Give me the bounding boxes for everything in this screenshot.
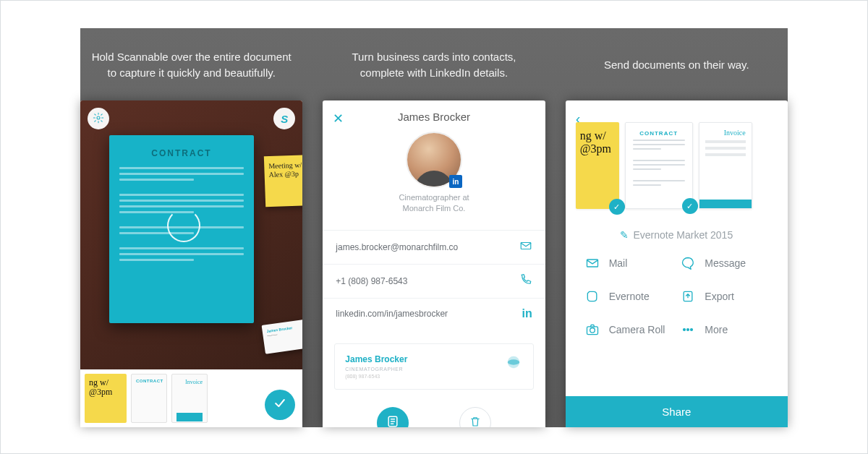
capture-spinner-icon — [167, 209, 200, 242]
close-icon: ✕ — [333, 111, 344, 126]
svg-rect-1 — [521, 242, 531, 249]
selected-check-icon: ✓ — [609, 199, 625, 215]
camera-icon — [584, 322, 600, 338]
share-export[interactable]: Export — [680, 288, 769, 304]
card-logo-icon — [506, 354, 522, 370]
contact-phone-row[interactable]: +1 (808) 987-6543 — [323, 264, 545, 298]
scannable-logo-button[interactable]: S — [273, 108, 295, 129]
document-title: CONTRACT — [119, 148, 244, 158]
panel-row: Hold Scannable over the entire document … — [80, 28, 788, 427]
message-icon — [680, 255, 696, 271]
trash-icon — [469, 415, 482, 427]
capture-thumbnail-strip: ng w/ @3pm CONTRACT Invoice — [80, 369, 302, 427]
save-contact-button[interactable] — [377, 407, 409, 427]
send-thumb-contract[interactable]: CONTRACT ✓ — [625, 122, 693, 209]
thumb-sticky[interactable]: ng w/ @3pm — [85, 374, 127, 423]
phone-screen-capture: S CONTRACT — [80, 100, 302, 427]
settings-button[interactable] — [88, 108, 109, 129]
share-options-grid: Mail Message Evernote Export Camera Roll — [566, 251, 788, 348]
business-card-prop: James Brocker ––––– — [262, 318, 302, 354]
export-icon — [680, 288, 696, 304]
thumb-contract[interactable]: CONTRACT — [131, 374, 167, 423]
svg-rect-4 — [587, 260, 597, 267]
screenshot-frame: Hold Scannable over the entire document … — [0, 0, 868, 454]
thumb-invoice[interactable]: Invoice — [171, 374, 208, 423]
svg-point-10 — [691, 329, 693, 331]
check-icon — [273, 396, 287, 414]
scanned-card-preview[interactable]: James Brocker CINEMATOGRAPHER (808) 987-… — [334, 343, 533, 390]
linkedin-icon: in — [522, 307, 532, 320]
panel3-caption: Send documents on their way. — [566, 28, 788, 100]
mail-icon — [584, 255, 600, 271]
panel-send: Send documents on their way. ‹ ng w/ @3p… — [566, 28, 788, 427]
sticky-note: Meeting w/ Alex @3p — [264, 155, 302, 207]
phone-screen-contact: ✕ James Brocker in Cinematographer at Mo… — [323, 100, 545, 427]
share-button[interactable]: Share — [566, 396, 788, 427]
collection-name-field[interactable]: ✎Evernote Market 2015 — [566, 216, 788, 251]
share-message[interactable]: Message — [680, 255, 769, 271]
phone-value: +1 (808) 987-6543 — [336, 276, 407, 286]
svg-point-0 — [97, 116, 100, 119]
share-camera-roll[interactable]: Camera Roll — [584, 322, 673, 338]
svg-point-8 — [684, 329, 686, 331]
send-thumb-sticky[interactable]: ng w/ @3pm ✓ — [576, 122, 619, 209]
contact-name: James Brocker — [333, 111, 535, 123]
panel-contact: Turn business cards into contacts, compl… — [323, 28, 545, 427]
panel-capture: Hold Scannable over the entire document … — [80, 28, 302, 427]
share-evernote[interactable]: Evernote — [584, 288, 673, 304]
more-icon — [680, 322, 696, 338]
send-thumbnail-row: ng w/ @3pm ✓ CONTRACT ✓ Invoice — [566, 100, 788, 216]
linkedin-value: linkedin.com/in/jamesbrocker — [336, 309, 448, 319]
contact-linkedin-row[interactable]: linkedin.com/in/jamesbrocker in — [323, 298, 545, 329]
share-mail[interactable]: Mail — [584, 255, 673, 271]
email-value: james.brocker@monarchfilm.co — [336, 242, 458, 252]
svg-point-9 — [687, 329, 689, 331]
phone-screen-send: ‹ ng w/ @3pm ✓ CONTRACT ✓ — [566, 100, 788, 427]
selected-check-icon: ✓ — [682, 198, 698, 214]
contact-card-icon — [386, 414, 400, 427]
close-button[interactable]: ✕ — [333, 111, 344, 127]
phone-icon — [519, 273, 532, 289]
send-thumb-invoice[interactable]: Invoice — [699, 122, 752, 209]
gear-icon — [93, 112, 104, 126]
linkedin-badge-icon: in — [449, 175, 462, 188]
contact-email-row[interactable]: james.brocker@monarchfilm.co — [323, 230, 545, 264]
mail-icon — [519, 239, 532, 255]
contact-subtitle: Cinematographer at Monarch Film Co. — [333, 192, 535, 214]
delete-button[interactable] — [459, 407, 491, 427]
camera-viewfinder[interactable]: S CONTRACT — [80, 100, 302, 369]
panel1-caption: Hold Scannable over the entire document … — [80, 28, 302, 100]
avatar: in — [406, 132, 462, 188]
edit-icon: ✎ — [620, 229, 629, 241]
scannable-logo-icon: S — [281, 113, 288, 125]
confirm-captures-button[interactable] — [265, 390, 295, 420]
evernote-icon — [584, 288, 600, 304]
panel2-caption: Turn business cards into contacts, compl… — [323, 28, 545, 100]
share-more[interactable]: More — [680, 322, 769, 338]
svg-point-7 — [590, 328, 595, 333]
